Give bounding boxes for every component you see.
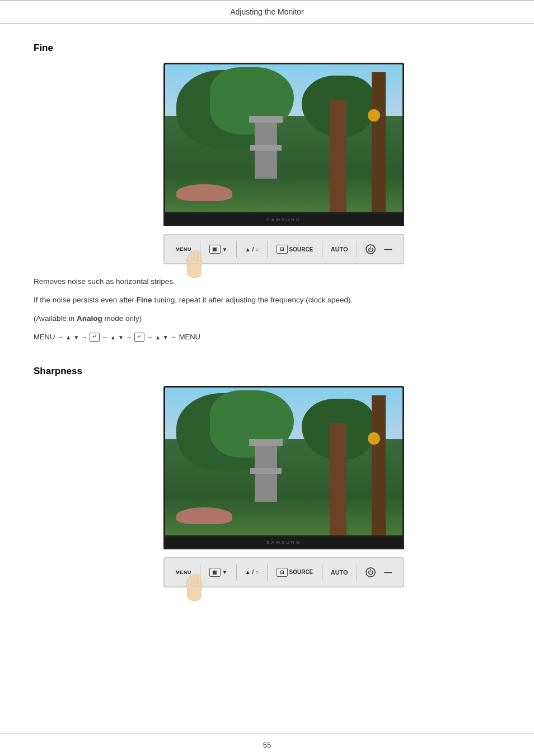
fine-desc-2-prefix: If the noise persists even after bbox=[34, 296, 137, 304]
fine-btn3-label: ▲ / ○ bbox=[245, 246, 259, 253]
sharpness-section: Sharpness SAMSUNG MENU bbox=[34, 366, 500, 587]
seq-arrow-5 bbox=[147, 331, 153, 343]
page-header: Adjusting the Monitor bbox=[0, 0, 534, 24]
sharpness-monitor-screen bbox=[163, 386, 404, 537]
seq-arrow-1 bbox=[57, 331, 63, 343]
seq-enter-2: ↵ bbox=[134, 333, 144, 342]
sharpness-hand-cursor bbox=[180, 570, 208, 603]
fine-auto-btn[interactable]: AUTO bbox=[331, 246, 348, 253]
sharpness-flowers bbox=[176, 507, 232, 524]
seq-enter-1: ↵ bbox=[90, 333, 100, 342]
page-number: 55 bbox=[263, 741, 271, 749]
sharpness-btn2-slash: ▼ bbox=[222, 569, 228, 575]
sharpness-btn2-icon: ▣ bbox=[209, 568, 221, 577]
fine-power-btn[interactable]: ⏻ bbox=[366, 244, 376, 254]
svg-rect-3 bbox=[198, 251, 201, 261]
svg-rect-2 bbox=[194, 250, 198, 260]
fine-desc-1: Removes noise such as horizontal stripes… bbox=[34, 276, 500, 288]
fine-monitor-screen bbox=[163, 63, 404, 214]
fine-title: Fine bbox=[34, 43, 500, 54]
sharpness-control-bar: MENU ▣ ▼ ▲ / ○ ⊡ SOURCE AUTO bbox=[163, 557, 404, 587]
fine-btn2-slash: ▼ bbox=[222, 246, 228, 253]
fine-btn2[interactable]: ▣ ▼ bbox=[209, 245, 228, 254]
hand-cursor bbox=[180, 246, 208, 280]
seq-arrow-up-1 bbox=[65, 331, 71, 343]
tree-trunk bbox=[330, 100, 346, 212]
page-footer: 55 bbox=[0, 734, 534, 756]
sharpness-power-btn[interactable]: ⏻ bbox=[366, 567, 376, 577]
sharpness-monitor-image: SAMSUNG MENU ▣ ▼ ▲ / ○ ⊡ SOU bbox=[67, 386, 500, 587]
fine-monitor-brand: SAMSUNG bbox=[266, 217, 301, 222]
fine-section: Fine SAMSUNG MENU bbox=[34, 43, 500, 343]
fine-desc-2-bold: Fine bbox=[137, 296, 152, 304]
sharpness-yellow-ball bbox=[368, 432, 380, 445]
svg-rect-8 bbox=[198, 575, 201, 584]
fine-desc-3-prefix: (Available in bbox=[34, 314, 77, 323]
fine-desc-3: (Available in Analog mode only) bbox=[34, 312, 500, 325]
fine-btn4-icon: ⊡ bbox=[277, 245, 288, 254]
fine-desc-3-bold: Analog bbox=[77, 314, 102, 323]
seq-arrow-up-2 bbox=[110, 331, 116, 343]
sharpness-btn2[interactable]: ▣ ▼ bbox=[209, 568, 228, 577]
separator-5 bbox=[357, 241, 357, 258]
fine-description: Removes noise such as horizontal stripes… bbox=[34, 276, 500, 343]
seq-menu-end: MENU bbox=[179, 331, 200, 343]
sharpness-auto-btn[interactable]: AUTO bbox=[331, 569, 348, 576]
tree-right bbox=[372, 72, 386, 212]
seq-arrow-down-1 bbox=[73, 331, 79, 343]
sharpness-btn3-label: ▲ / ○ bbox=[245, 569, 259, 575]
sharpness-monitor-bottom-bar: SAMSUNG bbox=[163, 537, 404, 549]
sharpness-dash: — bbox=[384, 568, 392, 577]
sharpness-title: Sharpness bbox=[34, 366, 500, 377]
separator-4 bbox=[322, 241, 322, 258]
fine-monitor-image: SAMSUNG MENU ▣ ▼ ▲ / ○ ⊡ SOU bbox=[67, 63, 500, 264]
fine-monitor-bottom-bar: SAMSUNG bbox=[163, 214, 404, 226]
sharpness-btn4-label: SOURCE bbox=[289, 569, 313, 575]
seq-arrow-up-3 bbox=[155, 331, 161, 343]
fine-dash: — bbox=[384, 245, 392, 254]
fine-control-bar: MENU ▣ ▼ ▲ / ○ ⊡ SOURCE AUTO bbox=[163, 234, 404, 264]
seq-arrow-4 bbox=[126, 331, 132, 343]
seq-arrow-6 bbox=[171, 331, 177, 343]
sharpness-separator-3 bbox=[267, 564, 268, 581]
fine-btn4-label: SOURCE bbox=[289, 246, 313, 253]
sharpness-separator-5 bbox=[357, 564, 357, 581]
sharpness-btn4[interactable]: ⊡ SOURCE bbox=[277, 568, 313, 577]
sharpness-tree-right bbox=[372, 395, 386, 535]
sharpness-monitor-brand: SAMSUNG bbox=[266, 540, 301, 545]
pagoda bbox=[255, 123, 277, 179]
seq-arrow-down-3 bbox=[163, 331, 168, 343]
sharpness-separator-4 bbox=[322, 564, 322, 581]
seq-arrow-3 bbox=[102, 331, 108, 343]
header-title: Adjusting the Monitor bbox=[230, 7, 304, 16]
fine-desc-3-suffix: mode only) bbox=[102, 314, 142, 323]
fine-desc-2: If the noise persists even after Fine tu… bbox=[34, 294, 500, 307]
sharpness-tree-trunk bbox=[330, 423, 346, 535]
fine-btn3[interactable]: ▲ / ○ bbox=[245, 246, 259, 253]
fine-btn4[interactable]: ⊡ SOURCE bbox=[277, 245, 313, 254]
separator-2 bbox=[236, 241, 237, 258]
flowers bbox=[176, 184, 232, 201]
fine-menu-sequence: MENU ↵ ↵ MENU bbox=[34, 331, 500, 343]
sharpness-btn3[interactable]: ▲ / ○ bbox=[245, 569, 259, 575]
seq-menu-start: MENU bbox=[34, 331, 55, 343]
separator-3 bbox=[267, 241, 268, 258]
yellow-ball bbox=[368, 109, 380, 122]
fine-desc-2-suffix: tuning, repeat it after adjusting the fr… bbox=[152, 296, 353, 304]
fine-btn2-icon: ▣ bbox=[209, 245, 221, 254]
seq-arrow-down-2 bbox=[118, 331, 124, 343]
content-area: Fine SAMSUNG MENU bbox=[0, 37, 534, 643]
svg-rect-7 bbox=[194, 573, 198, 584]
sharpness-separator-2 bbox=[236, 564, 237, 581]
svg-point-9 bbox=[187, 578, 192, 586]
sharpness-btn4-icon: ⊡ bbox=[277, 568, 288, 577]
sharpness-pagoda bbox=[255, 446, 277, 502]
svg-point-4 bbox=[187, 255, 192, 263]
seq-arrow-2 bbox=[81, 331, 87, 343]
